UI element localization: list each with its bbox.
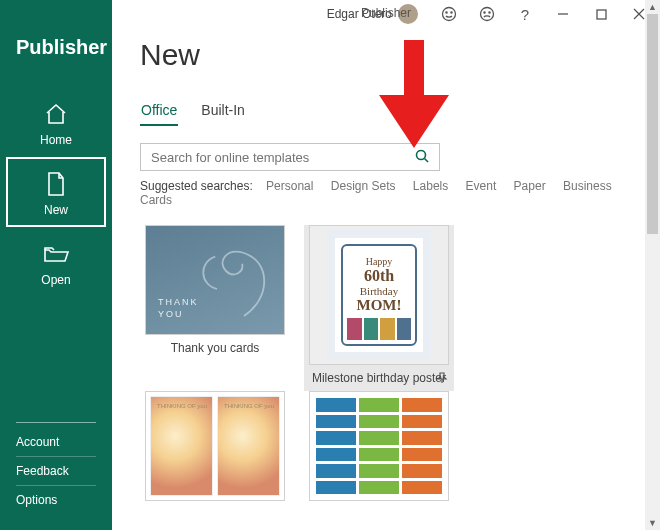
template-label: Thank you cards [171, 341, 260, 355]
page-title: New [140, 38, 632, 72]
scroll-down-icon[interactable]: ▼ [645, 516, 660, 530]
template-thumbnail: THINKING OF you THINKING OF you [145, 391, 285, 501]
tab-builtin[interactable]: Built-In [200, 98, 246, 126]
home-icon [42, 101, 70, 127]
search-input[interactable] [151, 150, 411, 165]
open-folder-icon [42, 241, 70, 267]
main-area: Publisher Edgar Otero ? N [112, 0, 660, 530]
search-icon[interactable] [411, 149, 433, 166]
footer-account[interactable]: Account [16, 422, 96, 456]
content-pane: New Office Built-In Suggested searches: … [112, 28, 660, 507]
suggested-link[interactable]: Labels [413, 179, 448, 193]
nav-label: New [44, 203, 68, 217]
window-title: Publisher [112, 6, 660, 20]
footer-feedback[interactable]: Feedback [16, 456, 96, 485]
template-source-tabs: Office Built-In [140, 98, 632, 127]
template-thumbnail: Happy 60th Birthday MOM! [309, 225, 449, 365]
template-milestone-birthday-poster[interactable]: Happy 60th Birthday MOM! Milestone birth… [304, 225, 454, 391]
suggested-label: Suggested searches: [140, 179, 253, 193]
nav-new[interactable]: New [6, 157, 106, 227]
nav-open[interactable]: Open [0, 227, 112, 297]
template-search[interactable] [140, 143, 440, 171]
gift-decor-icon [347, 318, 411, 340]
template-label: Milestone birthday poster [312, 371, 446, 385]
nav-label: Open [41, 273, 70, 287]
suggested-link[interactable]: Design Sets [331, 179, 396, 193]
suggested-link[interactable]: Paper [514, 179, 546, 193]
app-name: Publisher [0, 36, 112, 87]
backstage-sidebar: Publisher Home New Open Account Feedback… [0, 0, 112, 530]
scroll-thumb[interactable] [647, 14, 658, 234]
suggested-link[interactable]: Business [563, 179, 612, 193]
template-grid: THANKYOU Thank you cards Happy 60th Birt… [140, 225, 632, 507]
vertical-scrollbar[interactable]: ▲ ▼ [645, 0, 660, 530]
template-thank-you-cards[interactable]: THANKYOU Thank you cards [140, 225, 290, 391]
nav-label: Home [40, 133, 72, 147]
tab-office[interactable]: Office [140, 98, 178, 126]
template-thumbnail: THANKYOU [145, 225, 285, 335]
sidebar-footer: Account Feedback Options [0, 422, 112, 530]
template-color-labels[interactable] [304, 391, 454, 507]
scroll-up-icon[interactable]: ▲ [645, 0, 660, 14]
svg-point-10 [417, 150, 426, 159]
svg-line-11 [425, 158, 429, 162]
suggested-link[interactable]: Cards [140, 193, 172, 207]
suggested-link[interactable]: Event [466, 179, 497, 193]
suggested-link[interactable]: Personal [266, 179, 313, 193]
swirl-decor-icon [190, 230, 280, 330]
pin-icon[interactable] [436, 372, 448, 387]
footer-options[interactable]: Options [16, 485, 96, 514]
nav-home[interactable]: Home [0, 87, 112, 157]
template-flower-cards[interactable]: THINKING OF you THINKING OF you [140, 391, 290, 507]
template-thumbnail [309, 391, 449, 501]
new-document-icon [42, 171, 70, 197]
suggested-searches: Suggested searches: Personal Design Sets… [140, 179, 632, 207]
